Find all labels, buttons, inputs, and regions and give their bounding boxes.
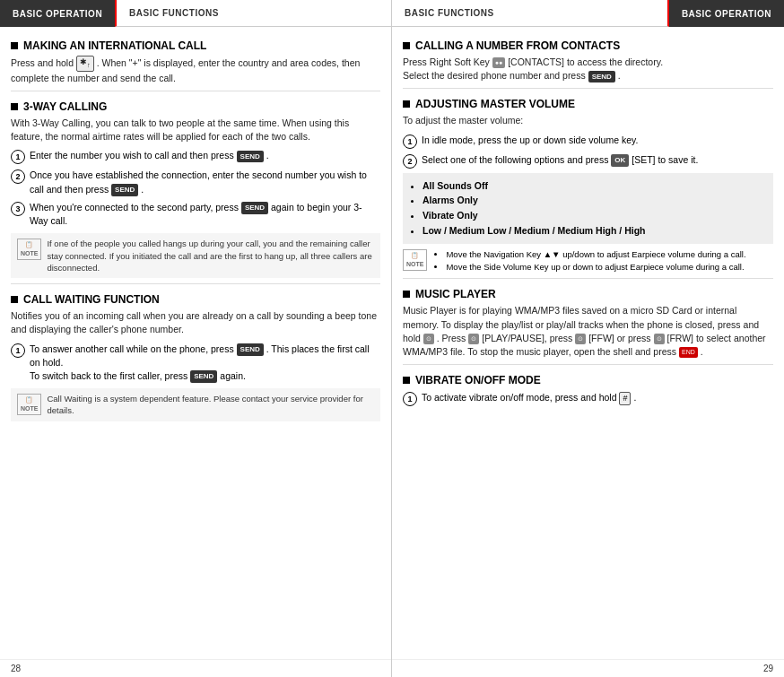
end-btn-icon: END bbox=[679, 347, 698, 358]
step-content-v1: In idle mode, press the up or down side … bbox=[422, 134, 773, 147]
ok-btn-icon: OK bbox=[611, 154, 629, 167]
note-volume-item-2: Move the Side Volume Key up or down to a… bbox=[446, 261, 745, 273]
step-num-cw-1: 1 bbox=[11, 343, 25, 358]
page-container: BASIC OPERATION BASIC FUNCTIONS MAKING A… bbox=[0, 0, 784, 677]
section-music-body: Music Player is for playing WMA/MP3 file… bbox=[403, 304, 773, 359]
right-tab-dark: BASIC OPERATION bbox=[669, 0, 784, 27]
step-num-3: 3 bbox=[11, 202, 25, 216]
soft-key-icon: ●● bbox=[492, 57, 505, 68]
note-text-1: If one of the people you called hangs up… bbox=[47, 238, 374, 273]
left-tab-dark: BASIC OPERATION bbox=[0, 0, 115, 27]
list-item-alarms: Alarms Only bbox=[422, 193, 766, 208]
step-num-v1: 1 bbox=[403, 135, 417, 149]
page-number-left: 28 bbox=[11, 664, 21, 673]
step-content-vib1: To activate vibrate on/off mode, press a… bbox=[422, 391, 773, 405]
send-button-icon-3: SEND bbox=[241, 202, 268, 214]
step-num-2: 2 bbox=[11, 169, 25, 184]
note-volume-list: Move the Navigation Key ▲▼ up/down to ad… bbox=[446, 248, 745, 273]
send-button-cw: SEND bbox=[237, 343, 264, 356]
section-international-call-title: MAKING AN INTERNATIONAL CALL bbox=[11, 39, 380, 52]
step-vibrate-1: 1 To activate vibrate on/off mode, press… bbox=[403, 391, 773, 406]
section-3way-body: With 3-Way Calling, you can talk to two … bbox=[11, 117, 380, 143]
send-button-icon-1: SEND bbox=[237, 151, 264, 163]
step-3way-3: 3 When you're connected to the second pa… bbox=[11, 201, 380, 228]
volume-options-list: All Sounds Off Alarms Only Vibrate Only … bbox=[403, 173, 773, 244]
page-number-right: 29 bbox=[763, 664, 773, 673]
right-header: BASIC FUNCTIONS BASIC OPERATION bbox=[392, 0, 784, 27]
left-page: BASIC OPERATION BASIC FUNCTIONS MAKING A… bbox=[0, 0, 392, 677]
list-item-all-sounds: All Sounds Off bbox=[422, 178, 766, 194]
divider-r1 bbox=[403, 88, 773, 89]
send-button-cw-2: SEND bbox=[190, 370, 217, 383]
left-header: BASIC OPERATION BASIC FUNCTIONS bbox=[0, 0, 391, 27]
step-content-2: Once you have established the connection… bbox=[30, 169, 380, 195]
section-volume-body: To adjust the master volume: bbox=[403, 114, 773, 127]
divider-r2 bbox=[403, 278, 773, 279]
step-volume-2: 2 Select one of the following options an… bbox=[403, 153, 773, 169]
left-tab-light: BASIC FUNCTIONS bbox=[115, 0, 391, 27]
section-bullet-3 bbox=[11, 296, 18, 303]
section-bullet-r3 bbox=[403, 291, 410, 298]
music-key-4: ⊙ bbox=[654, 334, 665, 344]
divider-1 bbox=[11, 91, 380, 91]
section-bullet-r2 bbox=[403, 100, 410, 108]
step-num-vib1: 1 bbox=[403, 392, 417, 406]
section-3way-title: 3-WAY CALLING bbox=[11, 100, 380, 113]
right-footer: 29 bbox=[392, 659, 784, 677]
section-bullet-2 bbox=[11, 103, 18, 110]
section-bullet bbox=[11, 42, 18, 49]
note-label-vol: 📋 NOTE bbox=[403, 249, 427, 271]
music-key-1: ⊙ bbox=[423, 334, 434, 344]
section-contacts-title: CALLING A NUMBER FROM CONTACTS bbox=[403, 39, 773, 52]
section-volume-title: ADJUSTING MASTER VOLUME bbox=[403, 98, 773, 110]
step-callwaiting-1: 1 To answer another call while on the ph… bbox=[11, 343, 380, 384]
section-music-title: MUSIC PLAYER bbox=[403, 288, 773, 300]
step-volume-1: 1 In idle mode, press the up or down sid… bbox=[403, 134, 773, 149]
note-volume: 📋 NOTE Move the Navigation Key ▲▼ up/dow… bbox=[403, 248, 773, 273]
step-content-cw-1: To answer another call while on the phon… bbox=[30, 343, 380, 384]
step-content-v2: Select one of the following options and … bbox=[422, 153, 773, 167]
hash-key-icon: # bbox=[619, 392, 631, 405]
left-content: MAKING AN INTERNATIONAL CALL Press and h… bbox=[0, 27, 391, 659]
send-button-icon-2: SEND bbox=[111, 184, 138, 196]
section-vibrate-title: VIBRATE ON/OFF MODE bbox=[403, 374, 773, 386]
star-key-icon: ✱↑ bbox=[76, 56, 94, 72]
section-contacts-body: Press Right Soft Key ●● [CONTACTS] to ac… bbox=[403, 56, 773, 82]
note-volume-item-1: Move the Navigation Key ▲▼ up/down to ad… bbox=[446, 248, 745, 261]
divider-r3 bbox=[403, 364, 773, 365]
music-key-2: ⊙ bbox=[468, 334, 479, 344]
note-label-cw: 📋 NOTE bbox=[17, 394, 41, 415]
step-num-1: 1 bbox=[11, 150, 25, 164]
section-bullet-r1 bbox=[403, 42, 410, 49]
divider-2 bbox=[11, 283, 380, 284]
send-btn-contacts: SEND bbox=[588, 71, 615, 83]
right-tab-light: BASIC FUNCTIONS bbox=[392, 0, 669, 27]
step-num-v2: 2 bbox=[403, 154, 417, 169]
left-footer: 28 bbox=[0, 659, 391, 677]
step-content-3: When you're connected to the second part… bbox=[30, 201, 380, 228]
note-callwaiting: 📋 NOTE Call Waiting is a system dependen… bbox=[11, 388, 380, 421]
note-text-cw: Call Waiting is a system dependent featu… bbox=[47, 393, 374, 417]
note-3way: 📋 NOTE If one of the people you called h… bbox=[11, 233, 380, 278]
right-content: CALLING A NUMBER FROM CONTACTS Press Rig… bbox=[392, 27, 784, 659]
list-item-levels: Low / Medium Low / Medium / Medium High … bbox=[422, 223, 766, 239]
step-content-1: Enter the number you wish to call and th… bbox=[30, 149, 380, 162]
section-international-call-body: Press and hold ✱↑ . When "+" is displaye… bbox=[11, 56, 380, 85]
step-3way-1: 1 Enter the number you wish to call and … bbox=[11, 149, 380, 164]
list-item-vibrate: Vibrate Only bbox=[422, 208, 766, 223]
music-key-3: ⊙ bbox=[575, 334, 586, 344]
section-callwaiting-title: CALL WAITING FUNCTION bbox=[11, 293, 380, 306]
right-page: BASIC FUNCTIONS BASIC OPERATION CALLING … bbox=[392, 0, 784, 677]
note-label-1: 📋 NOTE bbox=[17, 239, 41, 260]
section-callwaiting-body: Notifies you of an incoming call when yo… bbox=[11, 309, 380, 336]
section-bullet-r4 bbox=[403, 377, 410, 384]
step-3way-2: 2 Once you have established the connecti… bbox=[11, 169, 380, 195]
